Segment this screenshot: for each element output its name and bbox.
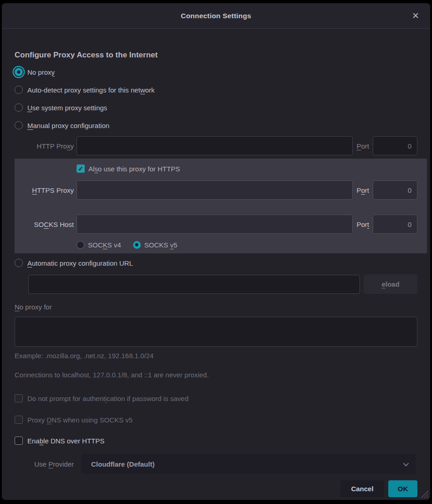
label-text: rt xyxy=(365,186,369,194)
no-prompt-checkbox[interactable] xyxy=(15,394,23,402)
use-provider-label: Use Provider xyxy=(15,460,74,468)
radio-label-use-system: Use system proxy settings xyxy=(27,104,107,112)
label-text: ork xyxy=(145,86,154,94)
label-accesskey: C xyxy=(44,221,49,228)
connection-settings-dialog: Connection Settings ✕ Configure Proxy Ac… xyxy=(2,3,430,500)
socks-port-input[interactable] xyxy=(373,215,417,234)
label-accesskey: H xyxy=(32,186,37,194)
label-text: No prox xyxy=(27,68,51,76)
dns-https-row[interactable]: Enable DNS over HTTPS xyxy=(15,435,417,446)
radio-label-socks-v4: SOCKS v4 xyxy=(88,241,121,249)
proxy-dns-label: Proxy DNS when using SOCKS v5 xyxy=(27,416,133,424)
dialog-title: Connection Settings xyxy=(181,12,252,20)
page-title: Configure Proxy Access to the Internet xyxy=(15,51,417,60)
auto-config-url-input[interactable] xyxy=(28,275,360,294)
label-text: anual proxy configuration xyxy=(33,122,110,129)
radio-use-system[interactable] xyxy=(15,103,23,112)
http-proxy-row: HTTP Proxy Port xyxy=(15,136,417,155)
socks-version-row: SOCKS v4 SOCKS v5 xyxy=(77,239,417,250)
never-proxied-hint: Connections to localhost, 127.0.0.1/8, a… xyxy=(15,371,417,381)
radio-label-auto-url: Automatic proxy configuration URL xyxy=(27,259,133,267)
https-port-input[interactable] xyxy=(373,180,417,200)
radio-row-no-proxy[interactable]: No proxy xyxy=(15,67,417,77)
label-accesskey: D xyxy=(47,416,52,424)
label-accesskey: M xyxy=(27,122,33,129)
label-accesskey: N xyxy=(15,303,20,311)
dialog-titlebar: Connection Settings ✕ xyxy=(2,3,430,29)
https-socks-highlight-section: ✓ Also use this proxy for HTTPS HTTPS Pr… xyxy=(15,159,427,253)
cancel-button[interactable]: Cancel xyxy=(340,480,384,497)
also-https-row[interactable]: ✓ Also use this proxy for HTTPS xyxy=(77,163,417,174)
radio-row-use-system[interactable]: Use system proxy settings xyxy=(15,102,417,113)
proxy-dns-row[interactable]: Proxy DNS when using SOCKS v5 xyxy=(15,414,417,425)
dialog-content: Configure Proxy Access to the Internet N… xyxy=(2,51,430,497)
label-accesskey: P xyxy=(356,142,361,150)
label-accesskey: w xyxy=(140,86,145,94)
label-text: SOCKS xyxy=(144,241,170,249)
label-text: SO xyxy=(34,221,44,228)
radio-label-no-proxy: No proxy xyxy=(27,68,55,76)
label-text: SOC xyxy=(88,241,103,249)
radio-no-proxy[interactable] xyxy=(15,68,23,76)
radio-auto-detect[interactable] xyxy=(15,86,23,94)
dns-https-label: Enable DNS over HTTPS xyxy=(27,437,104,445)
socks-host-row: SOCKS Host Port xyxy=(15,215,417,234)
http-port-input[interactable] xyxy=(373,136,417,155)
dns-https-checkbox[interactable] xyxy=(15,437,23,445)
label-text: HTTP Pro xyxy=(37,142,67,150)
ok-button[interactable]: OK xyxy=(388,480,417,497)
label-text: load xyxy=(386,280,400,288)
reload-button[interactable]: eload xyxy=(364,274,417,294)
dialog-footer: Cancel OK xyxy=(15,480,417,497)
radio-socks-v5[interactable] xyxy=(133,241,141,249)
radio-auto-url[interactable] xyxy=(15,259,23,267)
label-text: 5 xyxy=(174,241,177,249)
label-text: le DNS over HTTPS xyxy=(43,437,104,445)
label-accesskey: K xyxy=(103,241,108,249)
label-accesskey: s xyxy=(94,165,98,173)
label-text: S v4 xyxy=(108,241,121,249)
https-proxy-input[interactable] xyxy=(77,180,353,200)
radio-row-auto-url[interactable]: Automatic proxy configuration URL xyxy=(15,257,417,268)
no-prompt-row[interactable]: Do not prompt for authentication if pass… xyxy=(15,393,417,404)
radio-row-manual[interactable]: Manual proxy configuration xyxy=(15,120,417,131)
socks-host-input[interactable] xyxy=(77,215,353,234)
chevron-down-icon xyxy=(403,460,409,466)
proxy-dns-checkbox[interactable] xyxy=(15,416,23,424)
http-proxy-label: HTTP Proxy xyxy=(15,142,74,150)
close-icon[interactable]: ✕ xyxy=(409,10,422,22)
example-hint: Example: .mozilla.org, .net.nz, 192.168.… xyxy=(15,352,417,362)
label-accesskey: x xyxy=(67,142,71,150)
no-proxy-for-textarea[interactable] xyxy=(15,317,417,347)
radio-label-socks-v5: SOCKS v5 xyxy=(144,241,178,249)
radio-socks-v4[interactable] xyxy=(77,241,84,249)
https-port-label: Port xyxy=(356,186,369,194)
provider-dropdown[interactable]: Cloudflare (Default) xyxy=(81,454,416,474)
label-text: Por xyxy=(356,221,367,228)
also-https-label: Also use this proxy for HTTPS xyxy=(88,165,180,173)
radio-row-auto-detect[interactable]: Auto-detect proxy settings for this netw… xyxy=(15,84,417,95)
radio-label-manual: Manual proxy configuration xyxy=(27,122,109,129)
label-text: KS Host xyxy=(49,221,74,228)
radio-manual[interactable] xyxy=(15,121,23,129)
label-text: Use xyxy=(34,460,48,468)
http-proxy-input[interactable] xyxy=(77,136,353,155)
label-accesskey: e xyxy=(381,280,385,288)
also-https-checkbox[interactable]: ✓ xyxy=(77,165,85,173)
https-proxy-row: HTTPS Proxy Port xyxy=(15,180,417,200)
label-text: utomatic proxy configuration URL xyxy=(32,259,133,267)
socks-host-label: SOCKS Host xyxy=(15,221,74,228)
label-accesskey: t xyxy=(367,221,369,228)
provider-row: Use Provider Cloudflare (Default) xyxy=(15,454,417,474)
label-accesskey: b xyxy=(40,437,43,445)
label-text: ort xyxy=(361,142,369,150)
label-text: Do not prompt for authent xyxy=(27,395,105,402)
label-text: Auto-detect proxy settings for this net xyxy=(27,86,140,94)
checkmark-icon: ✓ xyxy=(78,165,83,172)
http-port-label: Port xyxy=(356,142,369,150)
label-text: se system proxy settings xyxy=(32,104,107,112)
label-text: rovider xyxy=(53,460,74,468)
label-accesskey: o xyxy=(361,186,365,194)
label-text: o proxy for xyxy=(20,303,52,311)
label-text: y xyxy=(71,142,74,150)
